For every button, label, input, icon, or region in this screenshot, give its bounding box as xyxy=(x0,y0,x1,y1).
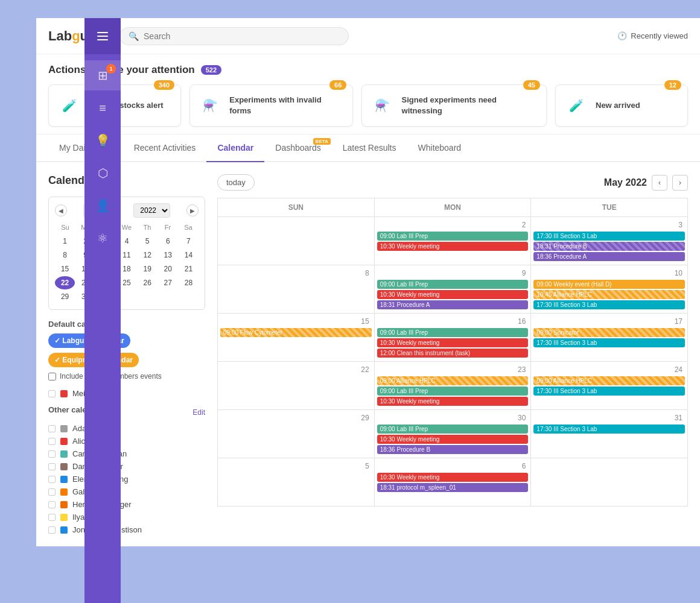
sidebar-item-dashboard[interactable]: ⊞ 1 xyxy=(84,60,121,90)
cal-event[interactable]: 09:00 Flow Cytometer xyxy=(220,328,372,337)
user-cal-item[interactable]: Danielle Kilber xyxy=(48,462,205,471)
cal-cell-w2-c2[interactable]: 1709:00 Sonicator17:30 III Section 3 Lab xyxy=(531,314,688,362)
mini-cal-day-7[interactable]: 7 xyxy=(179,235,199,248)
sidebar-hamburger-btn[interactable] xyxy=(84,18,121,54)
cal-event[interactable]: 09:00 Lab III Prep xyxy=(377,425,529,434)
cal-cell-w5-c1[interactable]: 610:30 Weekly meeting18:31 protocol m_sp… xyxy=(375,458,532,507)
next-month-btn[interactable]: › xyxy=(672,175,688,191)
cal-event[interactable]: 17:30 III Section 3 Lab xyxy=(533,300,685,309)
sidebar-item-person[interactable]: 👤 xyxy=(84,191,121,221)
recently-viewed-btn[interactable]: 🕐 Recently viewed xyxy=(617,31,688,40)
user-cal-item[interactable]: Carl Sedgeman xyxy=(48,449,205,458)
cal-event[interactable]: 17:30 III Section 3 Lab xyxy=(533,387,685,396)
my-calendar-item[interactable]: Meirav Matto xyxy=(48,389,205,398)
cal-event[interactable]: 10:30 Weekly meeting xyxy=(377,338,529,347)
cal-cell-w0-c1[interactable]: 209:00 Lab III Prep10:30 Weekly meeting xyxy=(375,217,532,265)
tab-calendar[interactable]: Calendar xyxy=(206,134,264,161)
mini-cal-day-29[interactable]: 29 xyxy=(55,290,75,303)
mini-cal-day-15[interactable]: 15 xyxy=(55,262,75,276)
cal-cell-w0-c0[interactable] xyxy=(218,217,375,265)
tab-latest-results[interactable]: Latest Results xyxy=(332,134,407,161)
cal-event[interactable]: 09:00 Weekly event (Hall D) xyxy=(533,280,685,289)
cal-cell-w2-c0[interactable]: 1509:00 Flow Cytometer xyxy=(218,314,375,362)
cal-event[interactable]: 17:30 III Section 3 Lab xyxy=(533,425,685,434)
cal-cell-w4-c2[interactable]: 3117:30 III Section 3 Lab xyxy=(531,410,688,458)
mini-cal-day-19[interactable]: 19 xyxy=(138,262,158,276)
edit-calendars-btn[interactable]: Edit xyxy=(192,408,205,417)
mini-cal-day-12[interactable]: 12 xyxy=(138,248,158,262)
cal-event[interactable]: 12:00 Clean this instrument (task) xyxy=(377,349,529,358)
tab-whiteboard[interactable]: Whiteboard xyxy=(407,134,472,161)
mini-cal-day-21[interactable]: 21 xyxy=(179,262,199,276)
user-cal-item[interactable]: Ilya Letnik xyxy=(48,513,205,522)
user-cal-item[interactable]: Jonathan Christison xyxy=(48,525,205,534)
sidebar-item-list[interactable]: ≡ xyxy=(84,93,121,123)
user-cal-item[interactable]: Gal Haase xyxy=(48,487,205,496)
cal-cell-w1-c2[interactable]: 1009:00 Weekly event (Hall D)10:45 Allia… xyxy=(531,265,688,314)
cal-cell-w2-c1[interactable]: 1609:00 Lab III Prep10:30 Weekly meeting… xyxy=(375,314,532,362)
cal-event[interactable]: 10:30 Weekly meeting xyxy=(377,473,529,482)
cal-cell-w0-c2[interactable]: 317:30 III Section 3 Lab18:31 Procedure … xyxy=(531,217,688,265)
cal-cell-w3-c2[interactable]: 2409:00 Alliance HPLC17:30 III Section 3… xyxy=(531,362,688,410)
tab-dashboards[interactable]: Dashboards BETA xyxy=(264,134,332,161)
cal-cell-w5-c0[interactable]: 5 xyxy=(218,458,375,507)
cal-event[interactable]: 18:36 Procedure A xyxy=(533,252,685,261)
cal-event[interactable]: 18:31 Procedure B xyxy=(533,242,685,251)
search-bar[interactable]: 🔍 xyxy=(119,27,349,45)
cal-event[interactable]: 09:00 Lab III Prep xyxy=(377,387,529,396)
mini-cal-day-22[interactable]: 22 xyxy=(55,276,75,289)
mini-cal-day-26[interactable]: 26 xyxy=(138,276,158,289)
search-input[interactable] xyxy=(144,31,340,41)
cal-event[interactable]: 09:00 Lab III Prep xyxy=(377,232,529,241)
mini-cal-prev-btn[interactable]: ◀ xyxy=(55,204,67,216)
year-select[interactable]: 2022 xyxy=(133,203,170,218)
cal-cell-w3-c1[interactable]: 2309:00 Alliance HPLC09:00 Lab III Prep1… xyxy=(375,362,532,410)
cal-event[interactable]: 17:30 III Section 3 Lab xyxy=(533,232,685,241)
tab-recent-activities[interactable]: Recent Activities xyxy=(123,134,207,161)
cal-event[interactable]: 09:00 Lab III Prep xyxy=(377,328,529,337)
mini-cal-day-1[interactable]: 1 xyxy=(55,235,75,248)
cal-event[interactable]: 10:45 Alliance HPLC xyxy=(533,290,685,299)
user-cal-item[interactable]: Adam Rudt xyxy=(48,424,205,433)
action-card-invalid-forms[interactable]: 66 ⚗️ Experiments with invalid forms xyxy=(189,84,353,127)
cal-cell-w3-c0[interactable]: 22 xyxy=(218,362,375,410)
mini-cal-day-27[interactable]: 27 xyxy=(158,276,178,289)
cal-event[interactable]: 10:30 Weekly meeting xyxy=(377,290,529,299)
cal-event[interactable]: 18:31 Procedure A xyxy=(377,300,529,309)
today-button[interactable]: today xyxy=(217,174,255,191)
new-arrived-badge: 12 xyxy=(664,80,681,90)
cal-event[interactable]: 10:30 Weekly meeting xyxy=(377,435,529,444)
cal-event[interactable]: 09:00 Alliance HPLC xyxy=(377,376,529,385)
sidebar-item-molecule[interactable]: ⚛ xyxy=(84,223,121,253)
cal-cell-w4-c0[interactable]: 29 xyxy=(218,410,375,458)
include-former-checkbox[interactable] xyxy=(48,373,56,380)
cal-event[interactable]: 17:30 III Section 3 Lab xyxy=(533,338,685,347)
user-cal-item[interactable]: Elena Hemming xyxy=(48,475,205,484)
cal-cell-w4-c1[interactable]: 3009:00 Lab III Prep10:30 Weekly meeting… xyxy=(375,410,532,458)
cal-event[interactable]: 10:30 Weekly meeting xyxy=(377,242,529,251)
cal-event[interactable]: 09:00 Alliance HPLC xyxy=(533,376,685,385)
cal-cell-w1-c0[interactable]: 8 xyxy=(218,265,375,314)
mini-cal-day-14[interactable]: 14 xyxy=(179,248,199,262)
user-cal-item[interactable]: Herman Granger xyxy=(48,500,205,509)
mini-cal-day-20[interactable]: 20 xyxy=(158,262,178,276)
mini-cal-day-28[interactable]: 28 xyxy=(179,276,199,289)
mini-cal-day-13[interactable]: 13 xyxy=(158,248,178,262)
cal-event[interactable]: 10:30 Weekly meeting xyxy=(377,397,529,406)
cal-event[interactable]: 18:31 protocol m_spleen_01 xyxy=(377,483,529,492)
cal-cell-w1-c1[interactable]: 909:00 Lab III Prep10:30 Weekly meeting1… xyxy=(375,265,532,314)
mini-cal-day-6[interactable]: 6 xyxy=(158,235,178,248)
mini-cal-day-8[interactable]: 8 xyxy=(55,248,75,262)
user-cal-item[interactable]: Alicia Stone xyxy=(48,437,205,446)
prev-month-btn[interactable]: ‹ xyxy=(652,175,667,191)
action-card-signed-experiments[interactable]: 45 ⚗️ Signed experiments need witnessing xyxy=(361,84,547,127)
cal-cell-w5-c2[interactable] xyxy=(531,458,688,507)
cal-event[interactable]: 09:00 Lab III Prep xyxy=(377,280,529,289)
sidebar-item-lightbulb[interactable]: 💡 xyxy=(84,125,121,156)
cal-event[interactable]: 18:36 Procedure B xyxy=(377,445,529,454)
action-card-new-arrived[interactable]: 12 🧪 New arrived xyxy=(555,84,688,127)
sidebar-item-network[interactable]: ⬡ xyxy=(84,158,121,188)
cal-event[interactable]: 09:00 Sonicator xyxy=(533,328,685,337)
mini-cal-day-5[interactable]: 5 xyxy=(138,235,158,248)
mini-cal-next-btn[interactable]: ▶ xyxy=(186,204,199,216)
